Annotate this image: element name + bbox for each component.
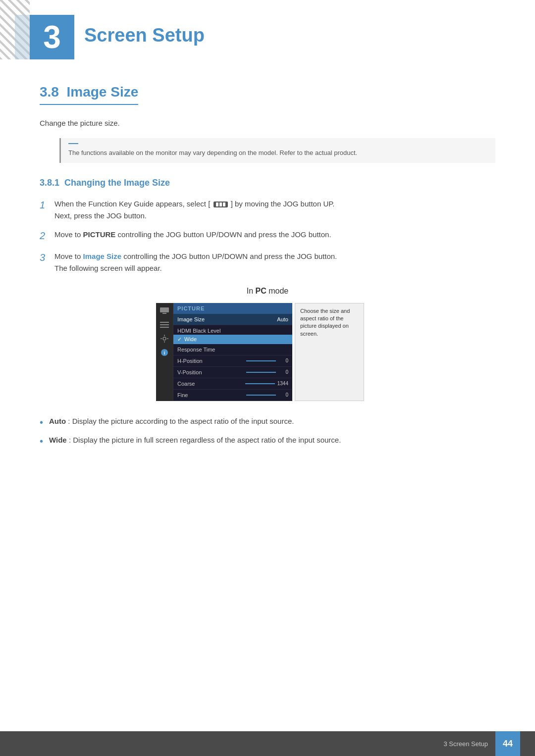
step-3-number: 3 bbox=[40, 250, 54, 265]
fine-slider-bar bbox=[246, 395, 276, 396]
step-2-text-after: controlling the JOG button UP/DOWN and p… bbox=[118, 230, 331, 239]
menu-header: PICTURE bbox=[173, 303, 292, 314]
step-1-text-after: ] by moving the JOG button UP. bbox=[231, 200, 335, 208]
pc-mode-bold: PC bbox=[256, 287, 267, 295]
bullet-wide-bold: Wide bbox=[49, 436, 67, 444]
v-position-slider: 0 bbox=[246, 369, 288, 375]
side-icon-menu bbox=[160, 321, 169, 329]
grid-icon bbox=[214, 202, 228, 207]
menu-item-h-position: H-Position 0 bbox=[173, 355, 292, 367]
monitor-mockup-container: i PICTURE Image Size Auto HDMI Black Lev… bbox=[40, 303, 495, 401]
step-1-content: When the Function Key Guide appears, sel… bbox=[54, 198, 495, 222]
h-position-value: 0 bbox=[278, 358, 288, 363]
bullet-item-auto: • Auto : Display the picture according t… bbox=[40, 416, 495, 430]
step-3-text-after: controlling the JOG button UP/DOWN and p… bbox=[123, 252, 337, 260]
v-position-slider-bar bbox=[246, 372, 276, 373]
monitor-menu: PICTURE Image Size Auto HDMI Black Level… bbox=[173, 303, 292, 401]
subsection-number: 3.8.1 bbox=[40, 178, 59, 188]
steps-list: 1 When the Function Key Guide appears, s… bbox=[40, 198, 495, 274]
note-text: The functions available on the monitor m… bbox=[68, 148, 488, 158]
pc-mode-text-before: In bbox=[247, 287, 256, 295]
menu-item-fine-label: Fine bbox=[177, 392, 188, 398]
menu-item-hdmi-label: HDMI Black Level bbox=[177, 328, 220, 334]
monitor-side-icons: i bbox=[156, 303, 173, 401]
pc-mode-text-after: mode bbox=[267, 287, 288, 295]
svg-rect-1 bbox=[162, 313, 166, 314]
section-heading: Image Size bbox=[67, 84, 139, 100]
menu-item-image-size-label: Image Size bbox=[177, 316, 205, 322]
fine-slider: 0 bbox=[246, 392, 288, 398]
side-icon-info: i bbox=[160, 349, 169, 356]
note-line-decoration bbox=[68, 143, 78, 144]
step-1: 1 When the Function Key Guide appears, s… bbox=[40, 198, 495, 222]
step-2-bold-word: PICTURE bbox=[83, 230, 116, 239]
chapter-number: 3 bbox=[43, 21, 61, 53]
chapter-number-box: 3 bbox=[30, 15, 74, 59]
bullet-list: • Auto : Display the picture according t… bbox=[40, 416, 495, 449]
side-icon-settings bbox=[160, 335, 169, 343]
main-content: 3.8 Image Size Change the picture size. … bbox=[0, 84, 535, 493]
step-1-text-before: When the Function Key Guide appears, sel… bbox=[54, 200, 210, 208]
step-2: 2 Move to PICTURE controlling the JOG bu… bbox=[40, 229, 495, 244]
menu-item-hdmi-label-row: HDMI Black Level bbox=[173, 325, 292, 335]
menu-item-coarse-label: Coarse bbox=[177, 381, 195, 387]
bullet-wide-text: : Display the picture in full screen reg… bbox=[69, 436, 341, 444]
footer-section-label: 3 Screen Setup bbox=[443, 740, 488, 748]
menu-item-hdmi: HDMI Black Level ✓ Wide bbox=[173, 325, 292, 344]
bullet-dot-auto: • bbox=[40, 415, 43, 430]
svg-text:i: i bbox=[164, 351, 165, 355]
bullet-item-wide: • Wide : Display the picture in full scr… bbox=[40, 435, 495, 449]
step-3-text-before: Move to bbox=[54, 252, 83, 260]
menu-item-response-time-label: Response Time bbox=[177, 347, 215, 353]
page-header: 3 Screen Setup bbox=[30, 0, 535, 69]
step-1-number: 1 bbox=[40, 197, 54, 213]
menu-item-image-size-value: Auto bbox=[277, 316, 288, 322]
step-2-number: 2 bbox=[40, 228, 54, 244]
section-title: 3.8 Image Size bbox=[40, 84, 138, 105]
page-footer: 3 Screen Setup 44 bbox=[0, 731, 535, 756]
h-position-slider-bar bbox=[246, 360, 276, 361]
menu-item-response-time: Response Time bbox=[173, 344, 292, 355]
subsection-heading: Changing the Image Size bbox=[64, 178, 170, 188]
footer-page-number: 44 bbox=[495, 731, 520, 756]
chapter-title: Screen Setup bbox=[84, 25, 205, 46]
note-box: The functions available on the monitor m… bbox=[59, 138, 495, 163]
step-3: 3 Move to Image Size controlling the JOG… bbox=[40, 251, 495, 274]
svg-rect-2 bbox=[160, 322, 169, 323]
coarse-slider: 1344 bbox=[245, 381, 288, 386]
section-number: 3.8 bbox=[40, 84, 59, 100]
h-position-slider: 0 bbox=[246, 358, 288, 363]
bullet-auto-text: : Display the picture according to the a… bbox=[68, 417, 294, 425]
step-2-text-before: Move to bbox=[54, 230, 83, 239]
bullet-dot-wide: • bbox=[40, 434, 43, 449]
menu-item-h-position-label: H-Position bbox=[177, 358, 203, 364]
menu-item-v-position-label: V-Position bbox=[177, 369, 202, 375]
menu-item-coarse: Coarse 1344 bbox=[173, 378, 292, 390]
step-3-blue-bold: Image Size bbox=[83, 252, 122, 260]
svg-rect-3 bbox=[160, 324, 169, 325]
checkmark-icon: ✓ bbox=[177, 336, 182, 343]
v-position-value: 0 bbox=[278, 369, 288, 375]
bullet-auto-bold: Auto bbox=[49, 417, 66, 425]
pc-mode-label: In PC mode bbox=[40, 287, 495, 296]
fine-value: 0 bbox=[278, 392, 288, 398]
bullet-wide-content: Wide : Display the picture in full scree… bbox=[49, 435, 341, 446]
coarse-slider-bar bbox=[245, 383, 275, 384]
step-3-subtext: The following screen will appear. bbox=[54, 264, 162, 272]
subsection-title: 3.8.1 Changing the Image Size bbox=[40, 178, 495, 188]
coarse-value: 1344 bbox=[277, 381, 288, 386]
wide-option: ✓ Wide bbox=[173, 335, 292, 344]
menu-item-image-size: Image Size Auto bbox=[173, 314, 292, 325]
bullet-auto-content: Auto : Display the picture according to … bbox=[49, 416, 294, 427]
menu-item-v-position: V-Position 0 bbox=[173, 367, 292, 378]
menu-item-fine: Fine 0 bbox=[173, 390, 292, 401]
step-2-content: Move to PICTURE controlling the JOG butt… bbox=[54, 229, 495, 241]
svg-rect-0 bbox=[160, 307, 169, 312]
svg-rect-4 bbox=[160, 327, 169, 328]
svg-point-5 bbox=[163, 337, 166, 340]
monitor-mockup: i PICTURE Image Size Auto HDMI Black Lev… bbox=[156, 303, 379, 401]
step-1-subtext: Next, press the JOG button. bbox=[54, 211, 147, 220]
section-description: Change the picture size. bbox=[40, 117, 495, 129]
wide-label: Wide bbox=[184, 336, 197, 342]
monitor-tooltip: Choose the size and aspect ratio of the … bbox=[295, 303, 364, 401]
